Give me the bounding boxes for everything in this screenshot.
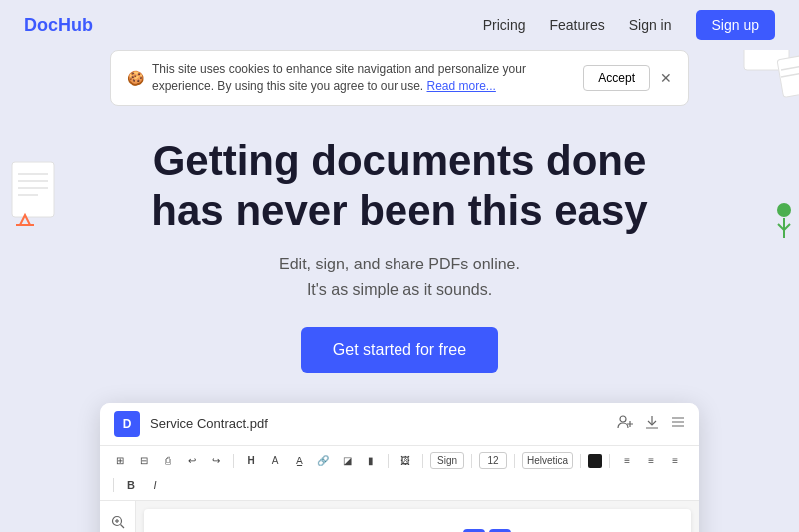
toolbar-link-btn[interactable]: 🔗 <box>313 451 333 471</box>
svg-line-7 <box>781 67 799 70</box>
nav-links: Pricing Features Sign in Sign up <box>483 10 775 40</box>
nav-pricing[interactable]: Pricing <box>483 17 526 33</box>
toolbar-color-swatch[interactable] <box>588 454 602 468</box>
cookie-icon: 🍪 <box>127 70 144 86</box>
svg-line-8 <box>781 74 799 77</box>
doc-content: Service Contract <box>100 501 699 532</box>
svg-line-28 <box>120 524 124 528</box>
svg-rect-6 <box>777 55 799 98</box>
doc-titlebar: D Service Contract.pdf <box>100 403 699 446</box>
doc-titlebar-actions <box>617 415 685 432</box>
toolbar-align-right-btn[interactable]: ≡ <box>665 451 685 471</box>
toolbar-sep8 <box>113 478 114 492</box>
toolbar-font[interactable]: Helvetica <box>522 452 573 469</box>
doc-sidebar-tools <box>100 501 136 532</box>
toolbar-image-btn[interactable]: 🖼 <box>396 451 415 471</box>
logo[interactable]: DocHub <box>24 15 93 36</box>
doc-page: Service Contract <box>144 509 691 532</box>
toolbar-sep7 <box>609 454 610 468</box>
nav-features[interactable]: Features <box>549 17 604 33</box>
toolbar-grid2-btn[interactable]: ⊟ <box>134 451 154 471</box>
toolbar-print-btn[interactable]: ⎙ <box>158 451 178 471</box>
doc-delete-icon[interactable] <box>489 529 511 532</box>
toolbar-sep4 <box>471 454 472 468</box>
toolbar-highlight2-btn[interactable]: ▮ <box>361 451 381 471</box>
hero-title: Getting documents donehas never been thi… <box>90 136 709 237</box>
hero-subtitle-line2: It's as simple as it sounds. <box>307 281 492 298</box>
toolbar-align-left-btn[interactable]: ≡ <box>617 451 637 471</box>
cookie-accept-button[interactable]: Accept <box>583 65 650 91</box>
toolbar-textcolor-btn[interactable]: A <box>265 451 285 471</box>
cookie-text: This site uses cookies to enhance site n… <box>152 61 571 95</box>
doc-edit-icon[interactable] <box>463 529 485 532</box>
tool-zoom-in[interactable] <box>105 509 131 532</box>
toolbar-sep6 <box>580 454 581 468</box>
toolbar-undo-btn[interactable]: ↩ <box>182 451 202 471</box>
hero-subtitle-line1: Edit, sign, and share PDFs online. <box>279 256 520 272</box>
doc-preview: D Service Contract.pdf <box>100 403 699 532</box>
cookie-banner: 🍪 This site uses cookies to enhance site… <box>110 50 689 106</box>
doc-title-icons <box>463 529 511 532</box>
logo-text: DocHub <box>24 15 93 35</box>
cta-button[interactable]: Get started for free <box>301 327 498 373</box>
toolbar-grid-btn[interactable]: ⊞ <box>110 451 130 471</box>
toolbar-header-btn[interactable]: H <box>241 451 261 471</box>
hero-section: Getting documents donehas never been thi… <box>0 106 799 393</box>
toolbar-highlight-btn[interactable]: A̲ <box>289 451 309 471</box>
toolbar-sign-btn[interactable]: Sign <box>430 452 464 469</box>
doc-add-user-icon[interactable] <box>617 415 633 432</box>
cookie-close-button[interactable]: ✕ <box>660 70 672 86</box>
svg-point-19 <box>620 416 626 422</box>
toolbar-sep1 <box>233 454 234 468</box>
nav-signin[interactable]: Sign in <box>629 17 672 33</box>
doc-logo-icon: D <box>114 411 140 437</box>
doc-filename: Service Contract.pdf <box>150 416 617 431</box>
toolbar-sep3 <box>422 454 423 468</box>
toolbar-sep2 <box>388 454 389 468</box>
doc-page-title: Service Contract <box>168 529 667 532</box>
hero-subtitle: Edit, sign, and share PDFs online. It's … <box>20 252 779 302</box>
doc-download-icon[interactable] <box>645 415 659 432</box>
toolbar-align-center-btn[interactable]: ≡ <box>641 451 661 471</box>
doc-toolbar: ⊞ ⊟ ⎙ ↩ ↪ H A A̲ 🔗 ◪ ▮ 🖼 Sign 12 Helveti… <box>100 446 699 501</box>
navbar: DocHub Pricing Features Sign in Sign up <box>0 0 799 50</box>
cookie-readmore-link[interactable]: Read more... <box>427 79 496 93</box>
toolbar-redo-btn[interactable]: ↪ <box>206 451 226 471</box>
doc-menu-icon[interactable] <box>671 415 685 432</box>
toolbar-italic-btn[interactable]: I <box>145 475 165 495</box>
toolbar-fontsize[interactable]: 12 <box>479 452 507 469</box>
toolbar-fill-btn[interactable]: ◪ <box>337 451 357 471</box>
toolbar-bold-btn[interactable]: B <box>121 475 141 495</box>
toolbar-sep5 <box>514 454 515 468</box>
signup-button[interactable]: Sign up <box>696 10 775 40</box>
